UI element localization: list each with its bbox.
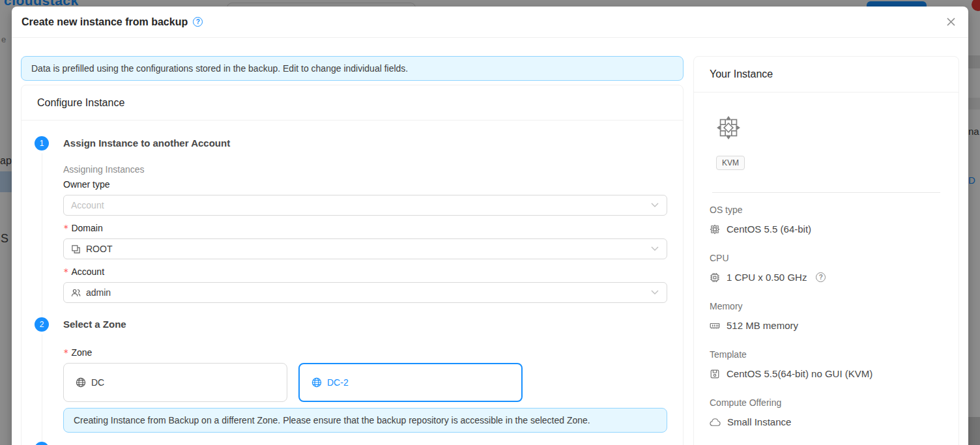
your-instance-card: Your Instance: [693, 56, 959, 445]
globe-icon: [311, 377, 322, 388]
your-instance-title: Your Instance: [694, 57, 958, 93]
assigning-instances-note: Assigning Instances: [63, 164, 667, 175]
account-label: *Account: [63, 266, 667, 277]
owner-type-label: Owner type: [63, 179, 667, 190]
save-icon: [710, 369, 720, 379]
step-select-zone: 2 Select a Zone *Zone: [35, 317, 667, 442]
zone-label: *Zone: [63, 347, 667, 358]
step-connector: [42, 334, 42, 442]
cpu-help-icon[interactable]: ?: [816, 272, 826, 282]
zone-name: DC: [91, 377, 104, 388]
memory-label: Memory: [710, 301, 943, 311]
os-type-value: CentOS 5.5 (64-bit): [727, 223, 811, 235]
compute-offering-value: Small Instance: [727, 416, 791, 427]
chevron-down-icon: [651, 290, 659, 295]
prefill-info-alert: Data is prefilled using the configuratio…: [21, 56, 684, 81]
template-label: Template: [710, 349, 943, 360]
template-value-row: CentOS 5.5(64-bit) no GUI (KVM): [710, 368, 943, 379]
configure-instance-title: Configure Instance: [22, 85, 683, 121]
memory-icon: [710, 321, 720, 331]
cpu-value: 1 CPU x 0.50 GHz: [727, 272, 807, 283]
step-assign-account: 1 Assign Instance to another Account Ass…: [35, 136, 667, 317]
hypervisor-tag: KVM: [716, 156, 745, 170]
template-value: CentOS 5.5(64-bit) no GUI (KVM): [727, 368, 872, 379]
cpu-value-row: 1 CPU x 0.50 GHz ?: [710, 272, 943, 283]
compute-offering-label: Compute Offering: [710, 397, 943, 408]
memory-value: 512 MB memory: [727, 320, 798, 331]
chevron-down-icon: [651, 203, 659, 208]
step-title: Select a Zone: [63, 317, 667, 332]
block-icon: [71, 244, 81, 254]
owner-type-select[interactable]: Account: [63, 195, 667, 216]
globe-icon: [76, 377, 86, 388]
close-icon[interactable]: [943, 14, 958, 30]
step-number-badge: 3: [35, 442, 49, 445]
step-number-badge: 2: [35, 317, 49, 332]
zone-name: DC-2: [327, 377, 349, 388]
create-instance-from-backup-modal: Create new instance from backup ? Data i…: [12, 7, 968, 445]
cloud-icon: [710, 418, 721, 427]
zone-option-dc-2[interactable]: DC-2: [298, 363, 523, 402]
help-icon[interactable]: ?: [193, 17, 203, 27]
compute-offering-value-row: Small Instance: [710, 416, 943, 427]
divider: [712, 192, 940, 193]
step-number-badge: 1: [35, 136, 49, 151]
configure-instance-card: Configure Instance 1 Assign Instance to …: [21, 85, 684, 445]
cpu-icon: [710, 272, 720, 283]
centos-logo-icon: [716, 115, 943, 140]
modal-title: Create new instance from backup: [22, 16, 188, 28]
cpu-label: CPU: [710, 253, 943, 263]
step-connector: [42, 153, 42, 317]
modal-header: Create new instance from backup ?: [12, 7, 968, 38]
step-compute-offering: 3 Compute offering: [35, 442, 667, 445]
domain-label: *Domain: [63, 223, 667, 233]
os-type-label: OS type: [710, 205, 943, 215]
centos-icon: [710, 224, 720, 235]
team-icon: [71, 288, 81, 298]
zone-option-dc[interactable]: DC: [63, 363, 287, 402]
chevron-down-icon: [651, 246, 659, 251]
os-type-value-row: CentOS 5.5 (64-bit): [710, 223, 943, 235]
step-title: Compute offering: [63, 442, 667, 445]
account-select[interactable]: admin: [63, 282, 667, 303]
step-title: Assign Instance to another Account: [63, 136, 667, 151]
owner-type-placeholder: Account: [71, 200, 104, 210]
domain-select[interactable]: ROOT: [63, 238, 667, 259]
memory-value-row: 512 MB memory: [710, 320, 943, 331]
domain-value: ROOT: [86, 244, 112, 254]
zone-warning-alert: Creating Instance from Backup on a diffe…: [63, 408, 667, 433]
account-value: admin: [86, 287, 111, 298]
